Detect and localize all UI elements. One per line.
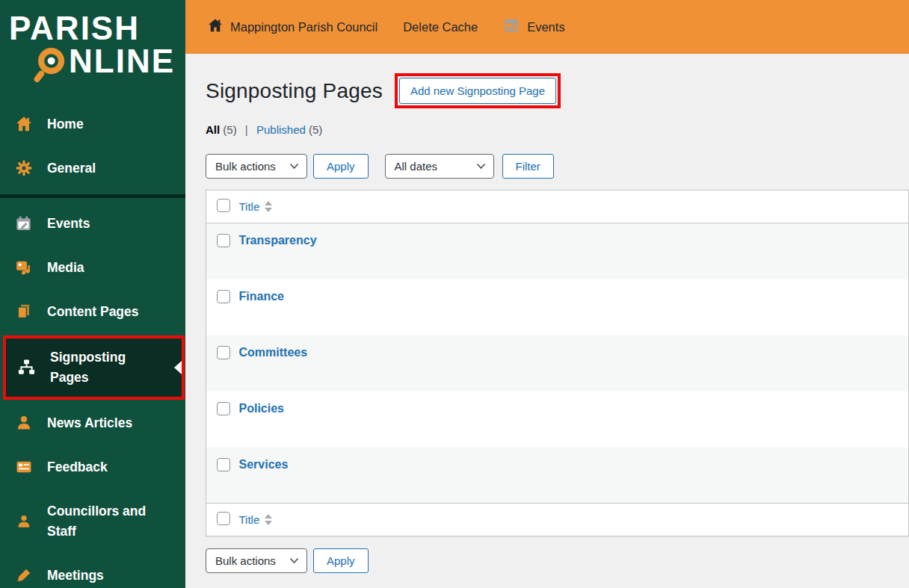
sidebar-item-feedback[interactable]: Feedback <box>0 445 185 489</box>
row-checkbox[interactable] <box>217 290 230 303</box>
annotation-box-add-button: Add new Signposting Page <box>395 73 561 108</box>
chevron-down-icon <box>289 557 299 564</box>
apply-button[interactable]: Apply <box>313 154 369 179</box>
logo-text-parish: PARISH <box>9 12 178 46</box>
home-icon <box>208 18 223 36</box>
media-icon <box>15 259 32 276</box>
table-toolbar-top: Bulk actions Apply All dates Filter <box>206 154 909 179</box>
view-all-count: (5) <box>223 123 236 136</box>
all-dates-select[interactable]: All dates <box>385 154 494 179</box>
filter-button[interactable]: Filter <box>502 154 554 179</box>
sort-arrows-icon <box>265 514 272 525</box>
sidebar-item-label: Content Pages <box>47 302 139 322</box>
app-window: PARISH NLINE <box>0 0 909 588</box>
sort-arrows-icon <box>265 201 272 212</box>
magnifier-logo-icon <box>28 44 69 89</box>
parish-online-logo[interactable]: PARISH NLINE <box>0 0 185 99</box>
row-checkbox[interactable] <box>217 458 230 471</box>
gear-icon <box>15 160 32 177</box>
view-published-count: (5) <box>309 123 322 136</box>
sidebar-item-councillors-and-staff[interactable]: Councillors and Staff <box>0 489 185 554</box>
sidebar-item-label: Meetings <box>47 566 104 586</box>
calendar-icon <box>503 17 520 37</box>
sidebar-item-signposting-pages[interactable]: Signposting Pages <box>6 338 182 397</box>
home-icon <box>15 116 32 133</box>
sidebar-item-general[interactable]: General <box>0 146 185 191</box>
table-row: Committees <box>206 335 909 392</box>
main-area: Mappington Parish Council Delete Cache E… <box>185 0 909 588</box>
page-title-link[interactable]: Committees <box>239 346 308 359</box>
apply-button-bottom[interactable]: Apply <box>313 548 369 573</box>
title-column-sort[interactable]: Title <box>239 513 273 526</box>
logo-text-online: NLINE <box>69 44 175 78</box>
table-row: Finance <box>206 279 909 335</box>
page-title-link[interactable]: Finance <box>239 290 284 303</box>
select-all-checkbox[interactable] <box>217 199 230 212</box>
page-title-link[interactable]: Services <box>239 458 289 471</box>
row-checkbox[interactable] <box>217 402 230 415</box>
view-separator: | <box>245 123 248 136</box>
admin-topbar: Mappington Parish Council Delete Cache E… <box>185 0 909 54</box>
table-row: Policies <box>206 392 909 448</box>
select-all-checkbox[interactable] <box>217 512 230 525</box>
row-checkbox[interactable] <box>217 346 230 359</box>
sidebar-nav: Home General <box>0 102 185 588</box>
sidebar-item-label: General <box>47 158 96 179</box>
sidebar-item-label: News Articles <box>47 413 132 433</box>
page-content: Signposting Pages Add new Signposting Pa… <box>185 54 909 588</box>
chevron-down-icon <box>476 163 486 170</box>
bulk-actions-select[interactable]: Bulk actions <box>206 154 307 179</box>
calendar-icon <box>15 215 32 232</box>
table-footer-row: Title <box>206 504 909 536</box>
table-row: Transparency <box>206 223 909 279</box>
page-title-link[interactable]: Transparency <box>239 234 317 247</box>
topbar-site-name: Mappington Parish Council <box>230 20 378 34</box>
page-title: Signposting Pages <box>206 79 383 103</box>
table-header-row: Title <box>206 191 909 223</box>
bulk-actions-select-bottom[interactable]: Bulk actions <box>206 548 307 573</box>
topbar-delete-cache[interactable]: Delete Cache <box>403 20 478 34</box>
pencil-icon <box>15 567 32 584</box>
page-title-link[interactable]: Policies <box>239 402 284 415</box>
view-all-link[interactable]: All <box>206 123 220 136</box>
pages-icon <box>15 303 32 321</box>
sidebar-item-label: Feedback <box>47 457 108 477</box>
annotation-box-sidebar: Signposting Pages <box>3 335 185 400</box>
view-filters: All (5) | Published (5) <box>206 123 909 136</box>
signposting-pages-table: Title Transparency <box>206 190 909 536</box>
sitemap-icon <box>18 359 35 376</box>
sidebar-item-content-pages[interactable]: Content Pages <box>0 290 185 334</box>
table-row: Services <box>206 448 909 504</box>
sidebar-item-meetings[interactable]: Meetings <box>0 554 185 588</box>
sidebar-item-label: Home <box>47 114 84 134</box>
topbar-events[interactable]: Events <box>503 17 564 37</box>
sidebar-item-home[interactable]: Home <box>0 102 185 146</box>
feedback-form-icon <box>15 459 32 476</box>
sidebar-item-label: Signposting Pages <box>50 347 167 388</box>
row-checkbox[interactable] <box>217 234 230 247</box>
sidebar-item-events[interactable]: Events <box>0 202 185 246</box>
sidebar-item-label: Events <box>47 214 90 234</box>
add-new-signposting-page-button[interactable]: Add new Signposting Page <box>399 78 556 104</box>
sidebar-item-media[interactable]: Media <box>0 246 185 290</box>
sidebar-item-news-articles[interactable]: News Articles <box>0 401 185 445</box>
view-published-link[interactable]: Published <box>256 123 306 136</box>
sidebar: PARISH NLINE <box>0 0 185 588</box>
table-toolbar-bottom: Bulk actions Apply <box>206 548 909 573</box>
sidebar-item-label: Councillors and Staff <box>47 501 164 542</box>
sidebar-divider <box>0 194 185 198</box>
chevron-down-icon <box>289 163 299 170</box>
title-column-sort[interactable]: Title <box>239 200 273 213</box>
topbar-site-link[interactable]: Mappington Parish Council <box>208 18 378 36</box>
person-icon <box>15 415 32 432</box>
person-icon <box>15 513 32 530</box>
sidebar-item-label: Media <box>47 258 84 278</box>
